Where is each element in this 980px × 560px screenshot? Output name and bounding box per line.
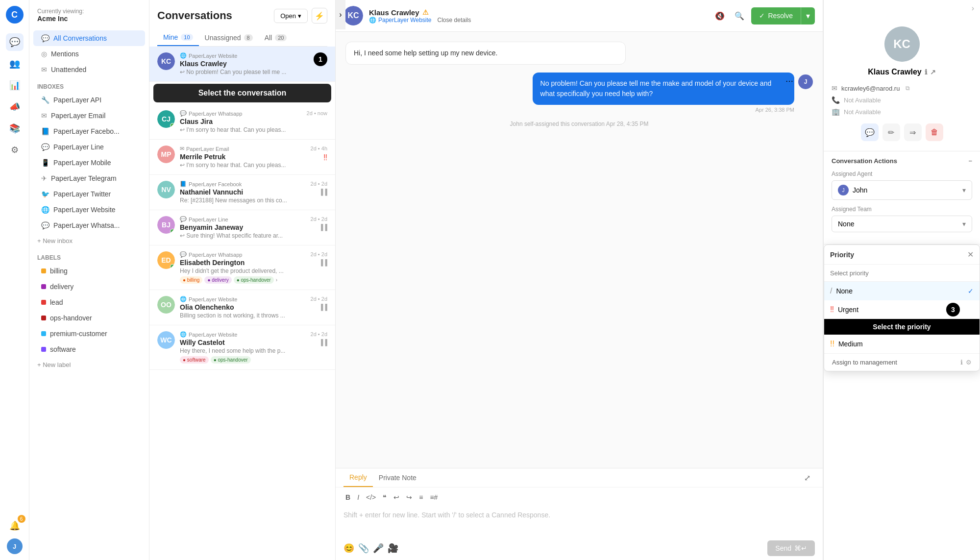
- filter-icon-button[interactable]: ⚡: [312, 8, 327, 24]
- contact-external-link[interactable]: ↗: [930, 68, 936, 76]
- nav-item-label-ops-handover[interactable]: ops-handover: [33, 310, 145, 326]
- nav-item-label-lead[interactable]: lead: [33, 294, 145, 310]
- priority-option-urgent[interactable]: ‼ Urgent 3: [824, 300, 980, 319]
- italic-button[interactable]: I: [355, 491, 361, 503]
- nav-item-label-software[interactable]: software: [33, 341, 145, 357]
- bold-button[interactable]: B: [343, 491, 352, 503]
- conversation-item-1[interactable]: KC 🌐 PaperLayer Website Klaus Crawley ↩ …: [149, 47, 335, 82]
- nav-item-paperlayer-facebook[interactable]: 📘 PaperLayer Facebo...: [33, 123, 145, 139]
- private-note-tab[interactable]: Private Note: [373, 469, 422, 487]
- assigned-team-label: Assigned Team: [832, 206, 972, 213]
- new-conversation-button[interactable]: 💬: [861, 123, 879, 141]
- reply-tab[interactable]: Reply: [343, 468, 373, 487]
- nav-item-label-premium-customer[interactable]: premium-customer: [33, 326, 145, 341]
- edit-contact-button[interactable]: ✏: [882, 123, 900, 141]
- nav-item-paperlayer-email[interactable]: ✉ PaperLayer Email: [33, 108, 145, 123]
- close-details-link[interactable]: Close details: [438, 17, 471, 24]
- sidebar-icon-conversations[interactable]: 💬: [6, 33, 24, 51]
- priority-option-none[interactable]: / None ✓: [824, 282, 980, 300]
- contact-name: Klaus Crawley ℹ ↗: [868, 68, 935, 76]
- delivery-dot: [41, 284, 46, 289]
- nav-item-label-delivery[interactable]: delivery: [33, 279, 145, 294]
- info-icon-mgmt: ℹ: [960, 359, 963, 366]
- undo-button[interactable]: ↩: [392, 491, 401, 503]
- tab-unassigned[interactable]: Unassigned 8: [199, 29, 259, 46]
- redo-button[interactable]: ↪: [404, 491, 414, 503]
- audio-button[interactable]: 🎤: [373, 543, 384, 554]
- nav-item-unattended[interactable]: ✉ Unattended: [33, 62, 145, 77]
- sidebar-icon-contacts[interactable]: 👥: [6, 55, 24, 73]
- nav-item-paperlayer-telegram[interactable]: ✈ PaperLayer Telegram: [33, 170, 145, 186]
- code-button[interactable]: </>: [364, 491, 378, 503]
- source-icon-4: 📘: [180, 181, 187, 187]
- resolve-button[interactable]: ✓ Resolve ▾: [751, 7, 815, 24]
- mute-icon-button[interactable]: 🔇: [712, 8, 728, 24]
- ordered-list-button[interactable]: ≡#: [428, 491, 440, 503]
- expand-editor-icon[interactable]: ⤢: [799, 470, 815, 486]
- contact-info-icon[interactable]: ℹ: [925, 68, 927, 76]
- conversation-item-4[interactable]: NV 📘 PaperLayer Facebook Nathaniel Vannu…: [149, 175, 335, 210]
- new-inbox-button[interactable]: + New inbox: [29, 233, 149, 248]
- collapse-icon[interactable]: −: [968, 157, 972, 165]
- copy-email-icon[interactable]: ⧉: [906, 85, 910, 92]
- muted-badge-7: ▐▐: [319, 304, 327, 311]
- merge-contact-button[interactable]: ⇒: [904, 123, 922, 141]
- conversation-item-6[interactable]: ED 💬 PaperLayer Whatsapp Elisabeth Derin…: [149, 245, 335, 290]
- contact-phone-row: 📞 Not Available: [832, 94, 972, 106]
- search-in-chat-button[interactable]: 🔍: [732, 8, 747, 24]
- quote-button[interactable]: ❝: [381, 491, 389, 503]
- assigned-team-dropdown[interactable]: None ▾: [832, 216, 972, 232]
- nav-item-label-billing[interactable]: billing: [33, 263, 145, 279]
- list-button[interactable]: ≡: [417, 491, 425, 503]
- tab-all[interactable]: All 20: [259, 29, 293, 46]
- resolve-main-button[interactable]: ✓ Resolve: [751, 8, 801, 24]
- open-filter-button[interactable]: Open ▾: [274, 9, 308, 23]
- nav-item-paperlayer-line[interactable]: 💬 PaperLayer Line: [33, 139, 145, 155]
- nav-item-all-conversations[interactable]: 💬 All Conversations: [33, 30, 145, 46]
- attachment-button[interactable]: 📎: [358, 543, 369, 554]
- message-input[interactable]: Shift + enter for new line. Start with '…: [336, 507, 823, 536]
- conversation-item-7[interactable]: OO 🌐 PaperLayer Website Olia Olenchenko …: [149, 290, 335, 325]
- sidebar-icon-campaigns[interactable]: 📣: [6, 98, 24, 116]
- source-icon-5: 💬: [180, 216, 187, 222]
- priority-option-medium[interactable]: !! Medium: [824, 335, 980, 353]
- delete-contact-button[interactable]: 🗑: [926, 123, 943, 141]
- close-dropdown-icon[interactable]: ✕: [967, 250, 974, 259]
- message-options-icon[interactable]: ⋯: [785, 76, 793, 86]
- resolve-dropdown-arrow[interactable]: ▾: [801, 7, 815, 24]
- nav-item-paperlayer-twitter[interactable]: 🐦 PaperLayer Twitter: [33, 186, 145, 202]
- priority-dropdown[interactable]: Priority ✕ / None ✓ ‼ Urgent 3 Select th…: [824, 244, 980, 371]
- assigned-agent-dropdown[interactable]: J John ▾: [832, 180, 972, 200]
- emoji-button[interactable]: 😊: [343, 543, 354, 554]
- expand-panel-button[interactable]: ›: [336, 0, 345, 29]
- nav-item-paperlayer-mobile[interactable]: 📱 PaperLayer Mobile: [33, 155, 145, 170]
- tab-mine[interactable]: Mine 10: [157, 29, 199, 46]
- step-annotation-1: 1: [314, 52, 327, 66]
- video-button[interactable]: 🎥: [388, 543, 398, 554]
- right-panel-collapse[interactable]: ›: [972, 4, 974, 13]
- settings-icon-mgmt[interactable]: ⚙: [966, 359, 972, 366]
- muted-badge-5: ▐▐: [319, 224, 327, 231]
- avatar-1: KC: [157, 52, 175, 70]
- nav-item-paperlayer-whatsapp[interactable]: 💬 PaperLayer Whatsa...: [33, 218, 145, 233]
- conversation-item-2[interactable]: CJ 💬 PaperLayer Whatsapp Claus Jira ↩ I'…: [149, 104, 335, 140]
- sidebar-icon-settings[interactable]: ⚙: [6, 141, 24, 159]
- sidebar-icon-reports[interactable]: 📊: [6, 76, 24, 94]
- sidebar-icon-library[interactable]: 📚: [6, 120, 24, 137]
- new-label-button[interactable]: + New label: [29, 357, 149, 372]
- team-chevron-icon: ▾: [962, 220, 966, 228]
- conv-preview-6: Hey I didn't get the product delivered, …: [180, 268, 306, 274]
- chevron-right-icon: ›: [339, 10, 342, 19]
- nav-item-mentions[interactable]: ◎ Mentions: [33, 46, 145, 62]
- conversations-icon: 💬: [41, 34, 49, 42]
- send-button[interactable]: Send ⌘↵: [767, 540, 815, 556]
- conversation-item-5[interactable]: BJ 💬 PaperLayer Line Benyamin Janeway ↩ …: [149, 210, 335, 245]
- assign-to-management-row[interactable]: Assign to management ℹ ⚙: [824, 353, 980, 371]
- notification-count-badge: 6: [18, 515, 25, 523]
- conversation-item-3[interactable]: MP ✉ PaperLayer Email Merrile Petruk ↩ I…: [149, 140, 335, 175]
- priority-search-input[interactable]: [830, 269, 974, 277]
- conversation-item-8[interactable]: WC 🌐 PaperLayer Website Willy Castelot H…: [149, 325, 335, 370]
- nav-item-paperlayer-api[interactable]: 🔧 PaperLayer API: [33, 92, 145, 108]
- nav-item-paperlayer-website[interactable]: 🌐 PaperLayer Website: [33, 202, 145, 218]
- user-avatar[interactable]: J: [7, 538, 23, 554]
